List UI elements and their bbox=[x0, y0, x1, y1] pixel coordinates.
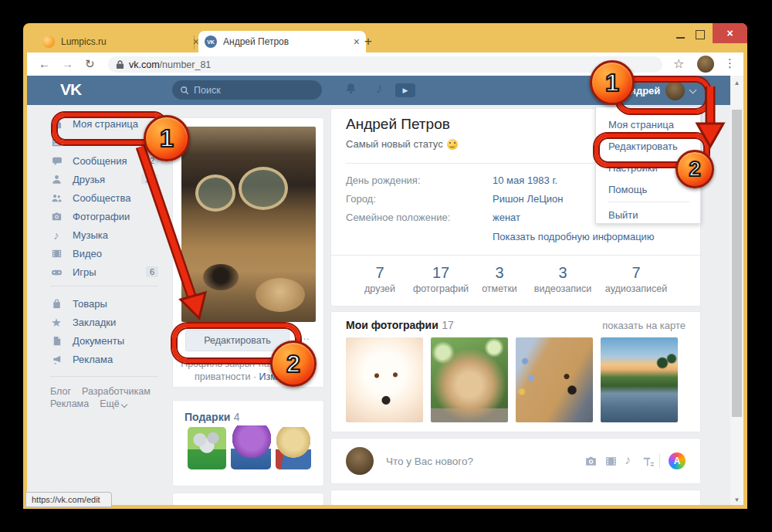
status-bar-link: https://vk.com/edit bbox=[25, 492, 112, 507]
star-icon: ★ bbox=[50, 316, 63, 328]
dropdown-logout[interactable]: Выйти bbox=[596, 205, 700, 225]
dog-paw bbox=[256, 278, 305, 312]
minimize-button[interactable] bbox=[676, 37, 685, 39]
notifications-bell-icon[interactable] bbox=[344, 82, 357, 98]
photo-thumbnail[interactable] bbox=[516, 337, 593, 422]
row-value[interactable]: 10 мая 1983 г. bbox=[493, 175, 557, 186]
show-on-map-link[interactable]: показать на карте bbox=[587, 320, 686, 331]
search-icon bbox=[180, 86, 189, 95]
footer-link-ads[interactable]: Реклама bbox=[50, 398, 89, 409]
annotation-step-2: 2 bbox=[270, 341, 317, 387]
music-icon[interactable]: ♪ bbox=[376, 83, 383, 94]
photo-thumbnail[interactable] bbox=[601, 337, 678, 422]
close-window-button[interactable]: × bbox=[713, 23, 747, 43]
vk-search-input[interactable]: Поиск bbox=[172, 80, 322, 100]
row-value[interactable]: Ришон ЛеЦион bbox=[493, 193, 563, 205]
browser-profile-avatar[interactable] bbox=[697, 56, 714, 73]
dropdown-my-page[interactable]: Моя страница bbox=[596, 114, 700, 134]
post-input[interactable]: Что у Вас нового? bbox=[386, 456, 473, 467]
row-value[interactable]: женат bbox=[493, 212, 520, 223]
photo-thumbnail[interactable] bbox=[346, 337, 423, 422]
profile-photo[interactable] bbox=[181, 127, 316, 322]
friends-icon bbox=[50, 173, 63, 185]
camera-icon bbox=[50, 210, 63, 222]
sidebar-item-games[interactable]: Игры 6 bbox=[50, 263, 166, 281]
next-card-partial bbox=[172, 493, 324, 505]
chevron-down-icon bbox=[120, 402, 127, 408]
music-note-icon: ♪ bbox=[50, 229, 63, 241]
vk-favicon-icon: VK bbox=[205, 36, 217, 48]
footer-link-more[interactable]: Ещё bbox=[100, 398, 127, 409]
article-rainbow-icon[interactable]: A bbox=[669, 452, 686, 469]
attach-video-icon[interactable] bbox=[604, 455, 618, 471]
more-options-dots[interactable]: … bbox=[300, 330, 310, 342]
vk-logo[interactable]: VK bbox=[60, 80, 81, 99]
annotation-step-1: 1 bbox=[590, 60, 635, 105]
sidebar-item-music[interactable]: ♪ Музыка bbox=[50, 225, 166, 244]
attach-audio-icon[interactable]: ♪ bbox=[625, 454, 631, 466]
bookmark-star-icon[interactable]: ☆ bbox=[673, 56, 684, 71]
sidebar-item-bookmarks[interactable]: ★ Закладки bbox=[50, 313, 166, 331]
url-text: vk.com/number_81 bbox=[129, 59, 211, 70]
annotation-step-2: 2 bbox=[676, 150, 714, 188]
tab-title: Андрей Петров bbox=[223, 36, 347, 47]
games-badge: 6 bbox=[146, 266, 158, 277]
gift-item[interactable] bbox=[231, 425, 271, 469]
counter-videos[interactable]: 3видеозаписи bbox=[534, 264, 591, 294]
sidebar-item-messages[interactable]: Сообщения 2 bbox=[50, 151, 166, 170]
megaphone-icon bbox=[50, 353, 63, 365]
browser-menu-icon[interactable]: ⋮ bbox=[724, 56, 736, 70]
attach-photo-icon[interactable] bbox=[584, 455, 598, 471]
refresh-icon[interactable]: ↻ bbox=[85, 57, 95, 71]
row-label: Город: bbox=[346, 193, 376, 205]
counter-friends[interactable]: 7друзей bbox=[364, 264, 395, 294]
new-tab-button[interactable]: + bbox=[364, 36, 372, 48]
sidebar-footer-row-1: Блог Разработчикам bbox=[50, 386, 151, 397]
footer-link-developers[interactable]: Разработчикам bbox=[82, 386, 151, 397]
my-photos-header[interactable]: Мои фотографии 17 bbox=[346, 318, 454, 332]
lock-icon bbox=[116, 59, 124, 69]
video-tv-icon[interactable]: ▶ bbox=[395, 83, 415, 97]
sidebar-divider bbox=[50, 286, 158, 286]
scrollbar-thumb[interactable] bbox=[732, 110, 742, 417]
text-format-icon[interactable] bbox=[642, 455, 655, 471]
lumpics-favicon-icon bbox=[42, 36, 55, 48]
maximize-button[interactable] bbox=[696, 30, 705, 39]
dog-snout bbox=[203, 264, 239, 290]
show-more-info-link[interactable]: Показать подробную информацию bbox=[493, 231, 655, 242]
gift-item[interactable] bbox=[276, 427, 311, 469]
counter-tags[interactable]: 3отметки bbox=[482, 264, 517, 294]
sidebar-item-ads[interactable]: Реклама bbox=[50, 350, 166, 368]
gift-item[interactable] bbox=[188, 427, 226, 469]
sidebar-item-documents[interactable]: Документы bbox=[50, 331, 166, 350]
tab-close-icon[interactable]: × bbox=[354, 36, 360, 48]
counter-photos[interactable]: 17фотографий bbox=[413, 264, 469, 294]
row-label: Семейное положение: bbox=[346, 212, 450, 223]
film-icon bbox=[50, 247, 63, 259]
sidebar-item-friends[interactable]: Друзья 18 bbox=[50, 170, 166, 188]
forward-icon[interactable]: → bbox=[62, 57, 73, 70]
sidebar-divider bbox=[50, 376, 158, 377]
sidebar-item-communities[interactable]: Сообщества bbox=[50, 188, 166, 207]
scroll-down-icon[interactable]: ▼ bbox=[733, 496, 741, 503]
dropdown-divider bbox=[608, 202, 689, 202]
address-bar[interactable]: vk.com/number_81 bbox=[108, 56, 662, 73]
tab-lumpics[interactable]: Lumpics.ru × bbox=[36, 31, 205, 53]
sidebar-item-video[interactable]: Видео bbox=[50, 244, 166, 263]
footer-link-blog[interactable]: Блог bbox=[50, 386, 71, 397]
tab-vk-active[interactable]: VK Андрей Петров × bbox=[198, 31, 366, 53]
icon-divider bbox=[659, 454, 660, 468]
sidebar-item-goods[interactable]: Товары bbox=[50, 294, 166, 313]
shopping-bag-icon bbox=[50, 297, 63, 310]
profile-status[interactable]: Самый новый статус bbox=[346, 138, 458, 150]
gifts-header[interactable]: Подарки 4 bbox=[185, 410, 240, 424]
friends-badge: 18 bbox=[141, 174, 158, 185]
annotation-step-1: 1 bbox=[144, 115, 190, 161]
photo-thumbnail[interactable] bbox=[431, 337, 508, 422]
screenshot-stage: Lumpics.ru × VK Андрей Петров × + × ← → … bbox=[0, 0, 772, 532]
scroll-up-icon[interactable]: ▲ bbox=[733, 80, 741, 86]
counter-audios[interactable]: 7аудиозаписей bbox=[605, 264, 667, 294]
profile-name: Андрей Петров bbox=[346, 116, 450, 133]
back-icon[interactable]: ← bbox=[39, 57, 50, 70]
sidebar-item-photos[interactable]: Фотографии bbox=[50, 207, 166, 225]
